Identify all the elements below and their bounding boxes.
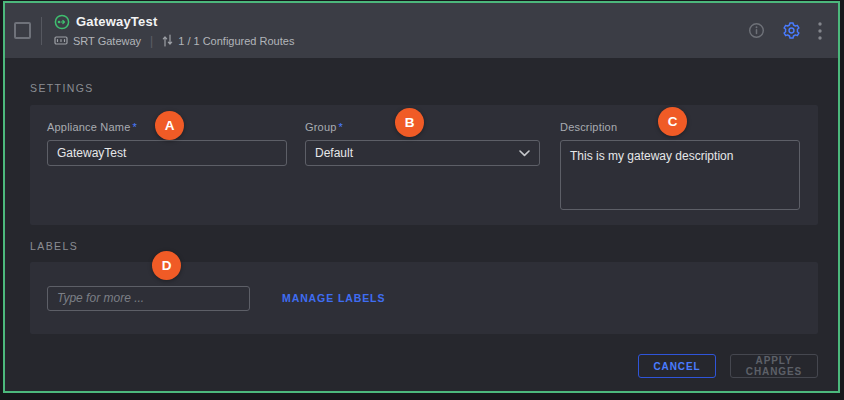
gateway-type-label: SRT Gateway xyxy=(73,35,141,47)
gateway-title: GatewayTest xyxy=(76,14,157,29)
description-field: Description xyxy=(560,121,800,225)
gateway-card: GatewayTest SRT Gateway | xyxy=(3,1,840,393)
chevron-down-icon xyxy=(519,150,530,157)
select-checkbox[interactable] xyxy=(14,22,31,39)
footer-actions: CANCEL APPLY CHANGES xyxy=(30,354,818,378)
routes-icon xyxy=(162,34,173,47)
card-header: GatewayTest SRT Gateway | xyxy=(5,3,838,58)
description-label: Description xyxy=(560,121,617,133)
group-selected-value: Default xyxy=(315,146,353,160)
group-field: Group* Default xyxy=(305,121,540,225)
connected-status-icon xyxy=(54,14,70,30)
cancel-button[interactable]: CANCEL xyxy=(638,354,716,378)
header-divider xyxy=(41,17,42,45)
settings-section-heading: SETTINGS xyxy=(30,82,818,94)
settings-panel: Appliance Name* Group* Default xyxy=(30,105,818,225)
group-label: Group xyxy=(305,121,337,133)
annotation-badge-a: A xyxy=(155,111,184,140)
annotation-badge-c: C xyxy=(658,107,687,136)
header-main: GatewayTest SRT Gateway | xyxy=(54,14,294,48)
annotation-badge-d: D xyxy=(152,251,181,280)
appliance-name-input[interactable] xyxy=(47,140,287,166)
screen: GatewayTest SRT Gateway | xyxy=(0,0,844,400)
header-actions xyxy=(748,21,822,40)
required-asterisk: * xyxy=(339,121,343,133)
info-icon[interactable] xyxy=(748,22,765,39)
labels-panel: MANAGE LABELS xyxy=(30,262,818,334)
gear-icon[interactable] xyxy=(782,21,801,40)
annotation-badge-b: B xyxy=(395,108,424,137)
manage-labels-link[interactable]: MANAGE LABELS xyxy=(282,292,385,304)
configured-routes-label: 1 / 1 Configured Routes xyxy=(178,35,294,47)
labels-section-heading: LABELS xyxy=(30,240,818,252)
appliance-name-label: Appliance Name xyxy=(47,121,131,133)
labels-input[interactable] xyxy=(47,286,250,311)
subtitle-separator: | xyxy=(150,34,153,48)
card-body: SETTINGS Appliance Name* Group* Default xyxy=(5,58,838,391)
appliance-icon xyxy=(54,35,68,46)
kebab-menu-icon[interactable] xyxy=(818,22,822,40)
required-asterisk: * xyxy=(133,121,137,133)
group-select[interactable]: Default xyxy=(305,140,540,166)
apply-changes-button: APPLY CHANGES xyxy=(730,354,818,378)
description-textarea[interactable] xyxy=(560,140,800,210)
